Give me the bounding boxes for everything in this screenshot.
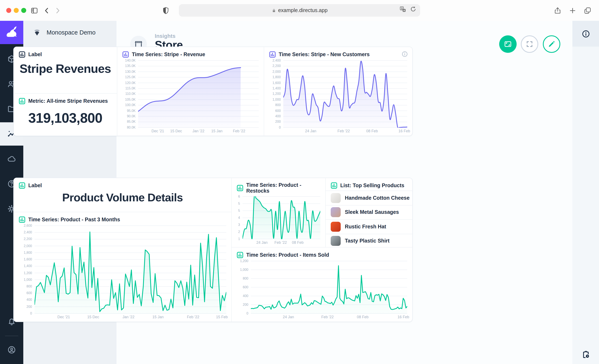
x-axis-tick: Jan '22: [192, 129, 204, 133]
product-list-item[interactable]: Sleek Metal Sausages: [326, 205, 412, 219]
edit-dashboard-button[interactable]: [543, 35, 560, 53]
y-axis-tick: 120.0K: [125, 81, 136, 85]
minimize-window-button[interactable]: [14, 8, 19, 13]
y-axis-tick: 85.0K: [127, 120, 136, 124]
y-axis-tick: 80.0K: [127, 126, 136, 129]
y-axis-tick: 2: [238, 230, 240, 234]
fan-icon: [32, 28, 42, 37]
product-name: Rustic Fresh Hat: [345, 224, 386, 230]
product-list-item[interactable]: Handmade Cotton Cheese: [326, 191, 412, 205]
new-tab-icon[interactable]: [567, 5, 577, 15]
y-axis-tick: 110.0K: [125, 92, 136, 96]
y-axis-tick: 125.0K: [125, 75, 136, 79]
tabs-icon[interactable]: [582, 5, 592, 15]
forward-icon[interactable]: [53, 5, 62, 15]
panel-product-left: Label Product Volume Details Time Series…: [14, 178, 231, 321]
x-axis-tick: Feb '22: [338, 129, 350, 133]
product-list-item[interactable]: Tasty Plastic Shirt: [326, 234, 412, 248]
zoom-window-button[interactable]: [21, 8, 26, 13]
product-volume-label: Product Volume Details: [14, 191, 231, 204]
panel-header-sold: Time Series: Product - Items Sold: [246, 252, 329, 258]
product-name: Tasty Plastic Shirt: [345, 238, 389, 244]
product-thumbnail: [331, 236, 341, 246]
close-window-button[interactable]: [6, 8, 11, 13]
x-axis-tick: 15 Dec: [170, 129, 182, 133]
y-axis-tick: 4: [238, 216, 240, 220]
timeseries-panel-icon: [269, 51, 276, 58]
x-axis-tick: Dec '21: [151, 129, 164, 133]
panel-header-toplist: List: Top Selling Products: [340, 183, 404, 188]
y-axis-tick: 800: [26, 284, 32, 288]
chart-product-past3: 2,6002,4002,2002,0001,8001,6001,4001,200…: [14, 225, 231, 321]
panel-header-label1: Label: [28, 52, 42, 57]
panel-info-icon[interactable]: [401, 51, 408, 57]
module-account-button[interactable]: [0, 340, 23, 360]
y-axis-tick: 1,400: [273, 87, 281, 90]
panel-top-selling: List: Top Selling Products Handmade Cott…: [325, 178, 412, 247]
chart-product-restocks: 655432124 JanFeb '2208 Feb: [232, 195, 325, 247]
y-axis-tick: 200: [275, 120, 281, 124]
directus-logo[interactable]: [0, 21, 23, 44]
panel-header-customers: Time Series: Stripe - New Customers: [279, 52, 370, 57]
x-axis-tick: 08 Feb: [366, 129, 378, 133]
panel-header-metric: Metric: All-time Stripe Revenues: [28, 98, 108, 104]
y-axis-tick: 2,200: [24, 237, 32, 241]
panel-header-revenue: Time Series: Stripe - Revenue: [132, 52, 205, 57]
rabbit-icon: [5, 25, 19, 40]
share-icon[interactable]: [552, 5, 562, 15]
activity-sidebar-button[interactable]: [572, 350, 599, 359]
x-axis-tick: 08 Feb: [292, 240, 304, 245]
panel-header-past3: Time Series: Product - Past 3 Months: [28, 217, 120, 222]
y-axis-tick: 0: [279, 126, 281, 129]
back-icon[interactable]: [42, 5, 52, 15]
y-axis-tick: 5: [238, 202, 240, 205]
y-axis-tick: 400: [243, 294, 248, 298]
x-axis-tick: 24 Jan: [256, 240, 267, 245]
x-axis-tick: 15 Jan: [152, 315, 164, 319]
panel-label-stripe: Label Stripe Revenues: [14, 47, 117, 93]
info-sidebar-button[interactable]: [572, 21, 599, 47]
sidebar-toggle-icon[interactable]: [29, 5, 39, 15]
y-axis-tick: 600: [26, 291, 32, 295]
panel-metric: Metric: All-time Stripe Revenues 319,103…: [14, 93, 117, 136]
x-axis-tick: Dec '21: [57, 315, 70, 319]
x-axis-tick: Feb '22: [187, 315, 199, 319]
x-axis-tick: 16 Feb: [398, 129, 410, 133]
translate-icon[interactable]: [399, 6, 406, 13]
panel-group-stripe: Label Stripe Revenues Metric: All-time S…: [13, 47, 413, 136]
product-list-item[interactable]: Rustic Fresh Hat: [326, 219, 412, 234]
reload-icon[interactable]: [410, 6, 417, 13]
module-cloud-button[interactable]: [0, 146, 23, 171]
breadcrumb[interactable]: Insights: [155, 33, 176, 39]
y-axis-tick: 1,000: [273, 98, 281, 101]
fullscreen-button[interactable]: [521, 35, 538, 53]
y-axis-tick: 95.0K: [127, 109, 136, 113]
y-axis-tick: 5: [238, 209, 240, 213]
fullscreen-icon: [525, 40, 534, 48]
panel-stripe-revenue: Time Series: Stripe - Revenue 140.0K135.…: [117, 47, 264, 136]
y-axis-tick: 2,000: [273, 70, 281, 74]
x-axis-tick: 24 Jan: [305, 129, 316, 133]
y-axis-tick: 1,600: [273, 81, 281, 85]
url-bar[interactable]: example.directus.app: [179, 4, 420, 17]
x-axis-tick: Feb '22: [274, 240, 287, 245]
project-switcher[interactable]: Monospace Demo: [23, 21, 116, 44]
module-divider: [5, 336, 18, 336]
shield-icon[interactable]: [160, 5, 171, 15]
y-axis-tick: 1,800: [273, 75, 281, 79]
timeseries-panel-icon: [237, 185, 243, 191]
product-thumbnail: [331, 207, 341, 217]
y-axis-tick: 1,200: [273, 92, 281, 96]
y-axis-tick: 200: [243, 303, 248, 307]
product-name: Sleek Metal Sausages: [345, 209, 399, 215]
x-axis-tick: 16 Feb: [397, 315, 409, 319]
chart-stripe-revenue: 140.0K135.0K130.0K125.0K120.0K115.0K110.…: [117, 60, 264, 136]
product-name: Handmade Cotton Cheese: [345, 195, 410, 201]
browser-chrome: example.directus.app: [0, 0, 599, 21]
present-mode-button[interactable]: [499, 35, 517, 53]
y-axis-tick: 100.0K: [125, 103, 136, 107]
y-axis-tick: 600: [243, 285, 248, 289]
x-axis-tick: Feb '22: [233, 129, 246, 133]
y-axis-tick: 400: [275, 114, 281, 118]
panel-product-restocks: Time Series: Product - Restocks 65543212…: [232, 178, 325, 247]
